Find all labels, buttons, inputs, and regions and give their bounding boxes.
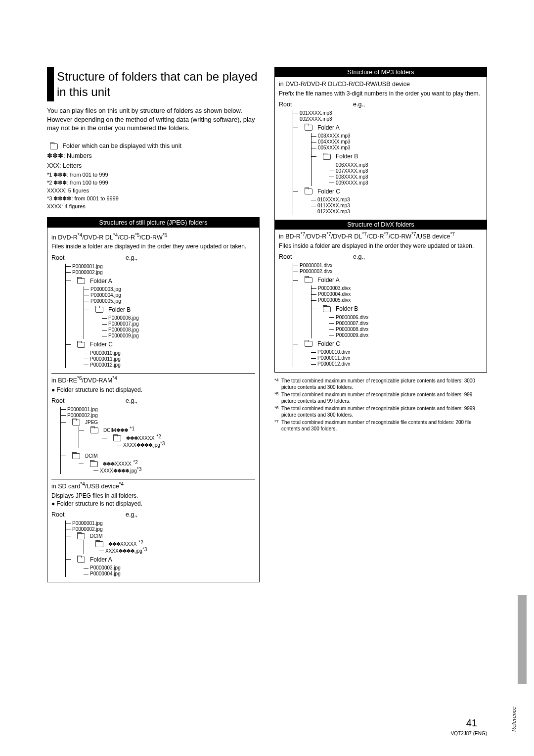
file: P0000012.jpg (87, 362, 255, 368)
legend-xxx: XXX: Letters (47, 161, 260, 170)
divx-desc: Files inside a folder are displayed in t… (279, 242, 483, 250)
file: 012XXXX.mp3 (314, 209, 483, 215)
folder-icon (305, 277, 312, 283)
folder-icon (77, 557, 85, 563)
fn-top-3: XXXXX: 5 figures (47, 187, 260, 194)
file: P0000010.divx (314, 349, 483, 355)
file: P0000008.divx (332, 327, 483, 332)
file: 010XXXX.mp3 (314, 197, 483, 203)
fn-row: *4 The total combined maximum number of … (274, 378, 487, 390)
file-pattern: XXXX✽✽✽✽.jpg *3 (96, 468, 255, 474)
file: P0000011.jpg (87, 356, 255, 362)
fn-row: *5 The total combined maximum number of … (274, 391, 487, 404)
fn-text: The total combined maximum number of rec… (281, 405, 487, 418)
root-label: Root (279, 100, 353, 109)
intro-text: You can play files on this unit by struc… (47, 106, 260, 133)
divx-tree: P0000001.divx P0000002.divx Folder A P00… (288, 263, 483, 367)
mp3-tree: 001XXXX.mp3 002XXXX.mp3 Folder A 003XXXX… (288, 110, 483, 215)
file: P0000004.jpg (87, 571, 255, 577)
file: P0000008.jpg (105, 327, 255, 333)
dcim-folder: DCIM (69, 532, 255, 540)
jpeg-tree-2: P0000001.jpg P0000002.jpg JPEG DCIM✽✽✽ *… (60, 407, 255, 474)
folder-icon (77, 278, 85, 284)
file: P0000011.divx (314, 355, 483, 361)
right-column: Structure of MP3 folders in DVD-R/DVD-R … (274, 67, 487, 582)
sub-folder: ✽✽✽XXXXX *2 (87, 540, 255, 548)
main-title: Structure of folders that can be played … (57, 67, 260, 101)
folder-b: Folder B (314, 151, 483, 162)
jpeg-sec2-device: in BD-RE*6/DVD-RAM*4 (51, 377, 255, 385)
folder-icon (113, 435, 121, 441)
file: 002XXXX.mp3 (296, 116, 483, 122)
left-column: Structure of folders that can be played … (47, 67, 260, 582)
root-label: Root (51, 397, 126, 405)
file: P0000001.jpg (69, 520, 255, 526)
jpeg-sec3-line1: Displays JPEG files in all folders. (51, 492, 255, 500)
folder-a: Folder A (296, 275, 483, 285)
jpeg-sec2-bullet: ● Folder structure is not displayed. (51, 386, 255, 394)
fn-top-1: *1 ✽✽✽: from 001 to 999 (47, 171, 260, 179)
fn-text: The total combined maximum number of rec… (281, 419, 487, 432)
file: P0000005.jpg (87, 298, 255, 304)
file: 007XXXX.mp3 (332, 168, 483, 174)
file: P0000004.jpg (87, 292, 255, 298)
mp3-panel: Structure of MP3 folders in DVD-R/DVD-R … (274, 67, 487, 373)
fn-num: *7 (274, 419, 281, 432)
side-tab-bg (518, 595, 527, 684)
root-eg-row: Root e.g., (51, 254, 255, 262)
fn-text: The total combined maximum number of rec… (281, 378, 487, 390)
fn-num: *4 (274, 378, 281, 390)
jpeg-sec1-device: in DVD-R*4/DVD-R DL*4/CD-R*5/CD-RW*5 (51, 234, 255, 242)
file: P0000002.jpg (69, 270, 255, 276)
root-eg-row: Root e.g., (51, 397, 255, 405)
folder-icon (77, 533, 85, 539)
folder-icon (72, 453, 80, 459)
file: P0000009.divx (332, 332, 483, 338)
folder-icon (90, 461, 98, 467)
root-label: Root (279, 253, 353, 261)
folder-a: Folder A (69, 554, 255, 565)
folder-c: Folder C (296, 186, 483, 197)
doc-reference: VQT2J87 (ENG) (451, 731, 487, 736)
folder-icon (323, 154, 331, 160)
file: 011XXXX.mp3 (314, 203, 483, 209)
fn-row: *7 The total combined maximum number of … (274, 419, 487, 432)
divx-panel-body: in BD-R*7/DVD-R*7/DVD-R DL*7/CD-R*7/CD-R… (275, 230, 487, 372)
dcim-folder: DCIM (64, 452, 255, 460)
jpeg-panel-header: Structures of still picture (JPEG) folde… (47, 218, 259, 228)
jpeg-sec1: in DVD-R*4/DVD-R DL*4/CD-R*5/CD-RW*5 Fil… (51, 234, 255, 368)
folder-icon (90, 427, 98, 433)
footnotes-right: *4 The total combined maximum number of … (274, 378, 487, 432)
file: P0000010.jpg (87, 350, 255, 356)
file: P0000007.jpg (105, 321, 255, 327)
mp3-desc: Prefix the file names with 3-digit numbe… (279, 90, 483, 97)
mp3-device: in DVD-R/DVD-R DL/CD-R/CD-RW/USB device (279, 80, 483, 89)
file: P0000003.divx (314, 285, 483, 291)
file: P0000006.divx (332, 315, 483, 321)
folder-c: Folder C (296, 338, 483, 349)
file: P0000003.jpg (87, 565, 255, 571)
jpeg-panel: Structures of still picture (JPEG) folde… (47, 217, 260, 583)
jpeg-sec3: in SD card*4/USB device*4 Displays JPEG … (51, 479, 255, 577)
fn-top-2: *2 ✽✽✽: from 100 to 999 (47, 179, 260, 187)
file: 001XXXX.mp3 (296, 110, 483, 116)
file: P0000009.jpg (105, 333, 255, 339)
folder-icon (305, 125, 312, 131)
file: P0000005.divx (314, 297, 483, 303)
title-bar (47, 67, 54, 101)
folder-b: Folder B (314, 303, 483, 314)
fn-top-4: *3 ✽✽✽✽: from 0001 to 9999 (47, 195, 260, 202)
file: 003XXXX.mp3 (314, 133, 483, 139)
footnotes-top: *1 ✽✽✽: from 001 to 999 *2 ✽✽✽: from 100… (47, 171, 260, 210)
dcim-sub: DCIM✽✽✽ *1 (82, 426, 255, 434)
fn-num: *6 (274, 405, 281, 418)
folder-a: Folder A (69, 276, 255, 286)
file: 008XXXX.mp3 (332, 174, 483, 180)
folder-c: Folder C (69, 339, 255, 350)
sub-folder: ✽✽✽XXXXX *2 (105, 434, 255, 442)
file: P0000007.divx (332, 321, 483, 327)
eg-label: e.g., (353, 253, 365, 261)
jpeg-sec2: in BD-RE*6/DVD-RAM*4 ● Folder structure … (51, 373, 255, 474)
divx-device: in BD-R*7/DVD-R*7/DVD-R DL*7/CD-R*7/CD-R… (279, 233, 483, 241)
folder-icon (95, 541, 103, 547)
